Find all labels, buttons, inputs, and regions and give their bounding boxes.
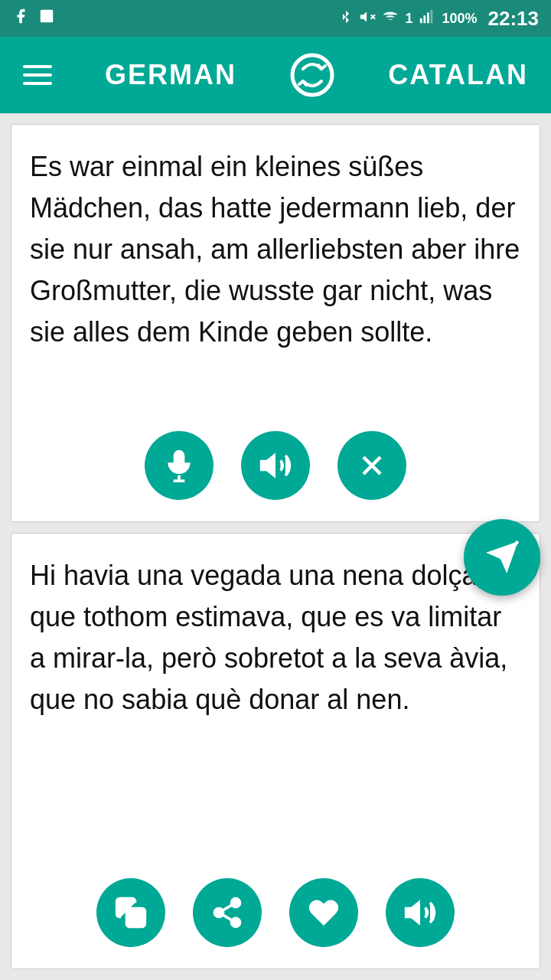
menu-button[interactable] [23, 65, 52, 85]
svg-marker-24 [406, 903, 419, 923]
speak-source-button[interactable] [241, 431, 310, 500]
svg-rect-6 [424, 15, 426, 23]
translation-actions [11, 863, 540, 969]
source-text[interactable]: Es war einmal ein kleines süßes Mädchen,… [11, 125, 540, 416]
translation-text: Hi havia una vegada una nena dolça que t… [11, 534, 540, 863]
status-right-icons: 1 100% 22:13 [339, 7, 539, 31]
svg-point-9 [292, 55, 332, 95]
copy-button[interactable] [96, 878, 165, 947]
facebook-icon [12, 8, 29, 29]
microphone-button[interactable] [145, 431, 214, 500]
favorite-button[interactable] [289, 878, 358, 947]
svg-rect-5 [420, 18, 422, 22]
signal-icon [419, 8, 435, 29]
svg-rect-8 [431, 9, 433, 22]
source-actions [11, 416, 540, 521]
svg-marker-2 [360, 11, 367, 21]
svg-point-1 [43, 12, 45, 15]
translate-button[interactable] [464, 519, 540, 596]
share-button[interactable] [193, 878, 262, 947]
header: GERMAN CATALAN [0, 37, 551, 113]
svg-line-22 [223, 915, 233, 920]
svg-rect-7 [427, 12, 429, 23]
wifi-icon [382, 8, 399, 29]
battery-icon: 100% [442, 11, 477, 27]
time-display: 22:13 [488, 7, 540, 31]
bluetooth-icon [339, 8, 353, 29]
sim-icon: 1 [405, 11, 412, 27]
svg-rect-18 [127, 909, 145, 927]
mute-icon [359, 8, 376, 29]
svg-marker-13 [262, 456, 275, 475]
svg-line-23 [223, 905, 233, 910]
image-icon [38, 8, 55, 29]
translation-panel: Hi havia una vegada una nena dolça que t… [11, 533, 540, 969]
svg-point-21 [232, 918, 240, 926]
swap-languages-button[interactable] [289, 52, 335, 98]
clear-button[interactable] [337, 431, 406, 500]
speak-translation-button[interactable] [386, 878, 455, 947]
source-language-label[interactable]: GERMAN [105, 59, 236, 91]
status-bar: 1 100% 22:13 [0, 0, 551, 37]
svg-marker-17 [486, 541, 518, 573]
source-panel: Es war einmal ein kleines süßes Mädchen,… [11, 124, 540, 522]
target-language-label[interactable]: CATALAN [388, 59, 528, 91]
main-content: Es war einmal ein kleines süßes Mädchen,… [0, 113, 551, 980]
svg-point-19 [232, 899, 240, 907]
status-left-icons [12, 8, 55, 29]
svg-point-20 [215, 909, 223, 917]
